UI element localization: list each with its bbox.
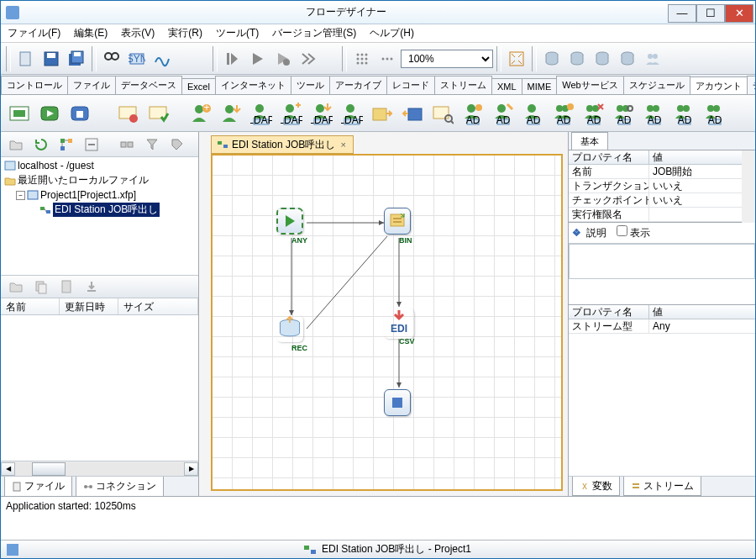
copy-icon[interactable] — [29, 275, 53, 298]
tag-icon[interactable] — [165, 133, 189, 156]
prop2-col-key[interactable]: プロパティ名 — [569, 305, 649, 319]
db-button-4[interactable] — [616, 47, 639, 71]
prop2-col-val[interactable]: 値 — [649, 305, 755, 319]
tree-icon[interactable] — [55, 133, 78, 156]
tab-tool[interactable]: ツール — [291, 76, 330, 94]
tab-schedule[interactable]: スケジュール — [623, 76, 690, 94]
tab-control[interactable]: コントロール — [1, 76, 68, 94]
step-button[interactable] — [221, 47, 244, 71]
grid-dots-button[interactable] — [350, 47, 374, 71]
component-ad-group-unlink[interactable]: AD — [671, 99, 698, 128]
component-ad-group-add[interactable]: AD — [550, 99, 577, 128]
tree-job[interactable]: EDI Station JOB呼出し — [3, 202, 197, 218]
component-cert-check[interactable] — [145, 99, 172, 128]
component-select[interactable] — [6, 99, 33, 128]
tab-xml[interactable]: XML — [491, 78, 522, 94]
output-console[interactable]: Application started: 10250ms — [1, 496, 755, 540]
document-tab[interactable]: EDI Station JOB呼出し × — [211, 135, 354, 154]
component-ldap-3[interactable]: LDAP — [308, 99, 335, 128]
right-tab-basic[interactable]: 基本 — [571, 132, 608, 150]
component-ad-user-add[interactable]: AD — [459, 99, 486, 128]
prop-col-key[interactable]: プロパティ名 — [569, 150, 649, 165]
tab-mime[interactable]: MIME — [522, 78, 558, 94]
node-end[interactable] — [384, 389, 414, 419]
component-folder-in[interactable] — [399, 99, 426, 128]
zoom-select[interactable]: 100% — [401, 50, 493, 68]
open-folder-icon[interactable] — [4, 275, 28, 298]
db-button-3[interactable] — [591, 47, 614, 71]
menu-dots-button[interactable] — [375, 47, 399, 71]
property-scrollbar[interactable] — [742, 150, 755, 223]
db-button-1[interactable] — [540, 47, 564, 71]
col-date[interactable]: 更新日時 — [60, 298, 118, 314]
menu-edit[interactable]: 編集(E) — [67, 24, 114, 43]
description-area[interactable] — [569, 244, 755, 279]
save-button[interactable] — [39, 47, 63, 71]
right-tab-vars[interactable]: x変数 — [572, 477, 620, 496]
paste-icon[interactable] — [55, 275, 78, 298]
component-ad-user[interactable]: AD — [520, 99, 547, 128]
component-cert[interactable] — [115, 99, 142, 128]
filter-icon[interactable] — [140, 133, 164, 156]
left-tab-connection[interactable]: コネクション — [76, 477, 164, 497]
users-button[interactable] — [641, 47, 664, 71]
scroll-left-button[interactable]: ◀ — [1, 462, 15, 476]
prop2-row[interactable]: ストリーム型Any — [569, 319, 755, 334]
component-ad-extra[interactable]: AD — [701, 99, 728, 128]
sign-button[interactable] — [150, 47, 174, 71]
scroll-right-button[interactable]: ▶ — [184, 462, 198, 476]
menu-view[interactable]: 表示(V) — [114, 24, 161, 43]
link-icon[interactable] — [115, 133, 139, 156]
component-user-down[interactable] — [218, 99, 244, 128]
sync-button[interactable]: SYN — [125, 47, 149, 71]
tab-account[interactable]: アカウント — [690, 76, 748, 95]
tab-database[interactable]: データベース — [115, 76, 182, 94]
document-tab-close[interactable]: × — [339, 140, 347, 150]
collapse-icon[interactable] — [80, 133, 103, 156]
menu-version[interactable]: バージョン管理(S) — [265, 24, 363, 43]
folder-open-icon[interactable] — [4, 133, 28, 156]
right-tab-stream[interactable]: ストリーム — [623, 477, 701, 496]
new-button[interactable] — [14, 47, 38, 71]
node-edi[interactable]: EDI CSV — [384, 309, 414, 339]
menu-tools[interactable]: ツール(T) — [209, 24, 265, 43]
prop-row[interactable]: トランザクション...いいえ — [569, 179, 742, 193]
refresh-icon[interactable] — [29, 133, 53, 156]
scroll-thumb[interactable] — [32, 462, 66, 476]
show-checkbox[interactable]: 表示 — [617, 225, 650, 240]
maximize-button[interactable]: ☐ — [696, 4, 725, 23]
tab-excel[interactable]: Excel — [181, 78, 216, 94]
export-icon[interactable] — [80, 275, 103, 298]
component-stop[interactable] — [66, 99, 93, 128]
tab-internet[interactable]: インターネット — [215, 76, 291, 94]
component-ldap-4[interactable]: LDAP — [339, 99, 365, 128]
db-button-2[interactable] — [565, 47, 589, 71]
fast-button[interactable] — [297, 47, 320, 71]
component-start[interactable] — [36, 99, 63, 128]
tree-project[interactable]: − Project1[Project1.xfp] — [3, 188, 197, 202]
col-size[interactable]: サイズ — [118, 298, 198, 314]
minimize-button[interactable]: — — [668, 4, 696, 23]
prop-row[interactable]: 名前JOB開始 — [569, 165, 742, 179]
prop-col-val[interactable]: 値 — [649, 150, 742, 165]
tab-record[interactable]: レコード — [386, 76, 435, 94]
node-rec[interactable]: REC — [276, 315, 307, 345]
tab-archive[interactable]: アーカイブ — [329, 76, 387, 94]
tree-root[interactable]: localhost - /guest — [3, 159, 197, 172]
component-folder-out[interactable] — [369, 99, 396, 128]
project-tree[interactable]: localhost - /guest 最近開いたローカルファイル − Proje… — [1, 157, 198, 275]
component-ldap-2[interactable]: LDAP — [278, 99, 305, 128]
property-grid[interactable]: プロパティ名値 名前JOB開始 トランザクション...いいえ チェックポイント.… — [569, 150, 742, 223]
col-name[interactable]: 名前 — [1, 298, 60, 314]
component-ad-group-search[interactable]: AD — [611, 99, 638, 128]
tree-recent[interactable]: 最近開いたローカルファイル — [3, 172, 197, 188]
tab-file[interactable]: ファイル — [67, 76, 116, 94]
expand-icon[interactable]: ❖ — [572, 227, 581, 239]
node-start[interactable]: ANY — [276, 208, 307, 238]
run-button[interactable] — [246, 47, 270, 71]
flow-canvas[interactable]: ANY BIN REC EDI CSV — [211, 154, 563, 491]
tab-chart[interactable]: チャート — [747, 76, 755, 94]
search-button[interactable] — [100, 47, 123, 71]
menu-run[interactable]: 実行(R) — [161, 24, 209, 43]
h-scrollbar[interactable]: ◀ ▶ — [1, 461, 198, 476]
